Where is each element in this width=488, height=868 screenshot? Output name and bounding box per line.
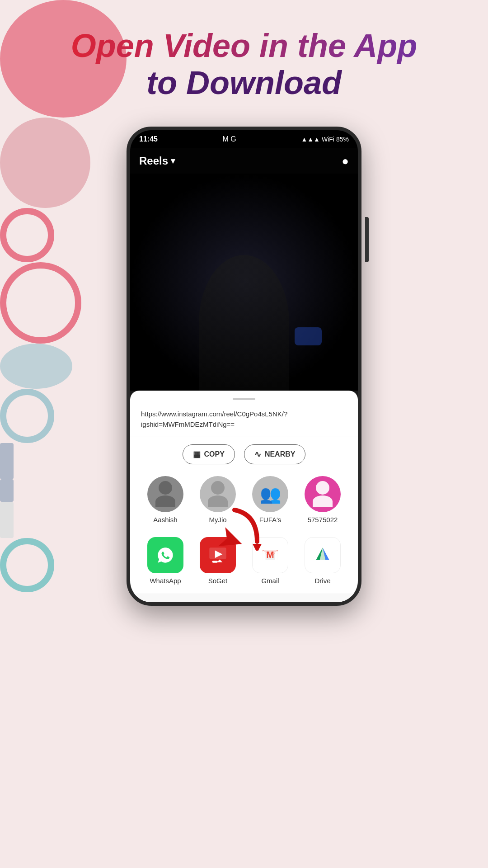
nearby-icon: ∿ xyxy=(254,449,261,459)
header-line1: Open Video in the App xyxy=(27,27,461,64)
drive-icon xyxy=(305,537,341,573)
person-body xyxy=(155,495,175,507)
signal-icon: ▲▲▲ xyxy=(301,136,320,143)
app-whatsapp[interactable]: WhatsApp xyxy=(147,537,183,585)
contact-avatar-aashish xyxy=(147,476,183,512)
status-bar: 11:45 M G ▲▲▲ WiFi 85% xyxy=(130,130,358,148)
bg-decoration-mid-left2 xyxy=(0,262,81,344)
svg-text:M: M xyxy=(266,549,274,560)
copy-button[interactable]: ▦ COPY xyxy=(183,444,235,464)
contact-name-57575022: 57575022 xyxy=(308,516,338,524)
share-url: https://www.instagram.com/reel/C0gPo4sL5… xyxy=(130,409,358,437)
bg-decoration-bot-right1 xyxy=(0,443,14,479)
chevron-down-icon: ▾ xyxy=(171,156,175,166)
bg-decoration-mid-right xyxy=(0,344,72,389)
reels-title-container: Reels ▾ xyxy=(139,155,175,167)
pink-person-icon xyxy=(313,481,333,507)
copy-icon: ▦ xyxy=(193,449,201,459)
bg-decoration-top-right xyxy=(0,118,90,208)
share-sheet: https://www.instagram.com/reel/C0gPo4sL5… xyxy=(130,391,358,606)
svg-marker-0 xyxy=(253,544,262,551)
phone-power-button xyxy=(365,217,369,262)
back-triangle-icon xyxy=(315,604,325,606)
soget-label: SoGet xyxy=(208,577,228,585)
contact-57575022[interactable]: 57575022 xyxy=(305,476,341,524)
contact-avatar-57575022 xyxy=(305,476,341,512)
camera-icon[interactable]: ● xyxy=(342,154,349,168)
nav-back-button[interactable] xyxy=(310,600,330,606)
pink-head xyxy=(316,481,329,495)
reels-label: Reels xyxy=(139,155,168,167)
person-icon-aashish xyxy=(155,481,175,507)
video-silhouette xyxy=(199,255,289,391)
phone-mockup: 11:45 M G ▲▲▲ WiFi 85% Reels ▾ ● http xyxy=(127,127,361,606)
header-title: Open Video in the App to Download xyxy=(0,27,488,101)
gmail-label: Gmail xyxy=(261,577,279,585)
status-icons: ▲▲▲ WiFi 85% xyxy=(301,136,349,143)
nav-home-button[interactable] xyxy=(234,600,254,606)
person-head xyxy=(211,481,225,495)
group-icon: 👥 xyxy=(260,484,281,504)
contact-aashish[interactable]: Aashish xyxy=(147,476,183,524)
wifi-icon: WiFi xyxy=(322,136,334,143)
battery-icon: 85% xyxy=(336,136,349,143)
recents-square-icon xyxy=(162,604,174,606)
nav-recents-button[interactable] xyxy=(158,600,178,606)
bg-decoration-mid-left xyxy=(0,208,54,262)
nav-bar xyxy=(130,594,358,606)
contact-name-aashish: Aashish xyxy=(153,516,177,524)
person-icon-myjio xyxy=(208,481,228,507)
bg-decoration-mid-right2 xyxy=(0,389,54,443)
video-area xyxy=(130,174,358,391)
header-line2: to Download xyxy=(27,64,461,101)
status-time: 11:45 xyxy=(139,135,158,143)
whatsapp-label: WhatsApp xyxy=(150,577,181,585)
copy-button-label: COPY xyxy=(204,450,225,458)
nearby-button[interactable]: ∿ NEARBY xyxy=(244,444,306,464)
video-highlight xyxy=(295,327,322,345)
apps-row-wrapper: ➤ WhatsApp xyxy=(130,533,358,594)
reels-header: Reels ▾ ● xyxy=(130,148,358,174)
whatsapp-svg xyxy=(154,544,177,566)
status-carrier: M G xyxy=(223,135,236,143)
app-drive[interactable]: Drive xyxy=(305,537,341,585)
pink-body xyxy=(313,495,333,507)
share-action-buttons: ▦ COPY ∿ NEARBY xyxy=(130,437,358,472)
share-sheet-handle xyxy=(233,398,255,400)
home-circle-icon xyxy=(238,604,250,606)
whatsapp-icon xyxy=(147,537,183,573)
phone-body: 11:45 M G ▲▲▲ WiFi 85% Reels ▾ ● http xyxy=(127,127,361,606)
bg-decoration-right-arc xyxy=(0,538,54,592)
person-head xyxy=(159,481,172,495)
nearby-button-label: NEARBY xyxy=(265,450,296,458)
bg-decoration-bot-right2 xyxy=(0,479,14,502)
svg-rect-5 xyxy=(212,561,218,563)
bg-decoration-mid-left3 xyxy=(0,502,14,538)
red-arrow-curved xyxy=(198,505,289,551)
drive-svg xyxy=(311,544,334,566)
drive-label: Drive xyxy=(314,577,330,585)
